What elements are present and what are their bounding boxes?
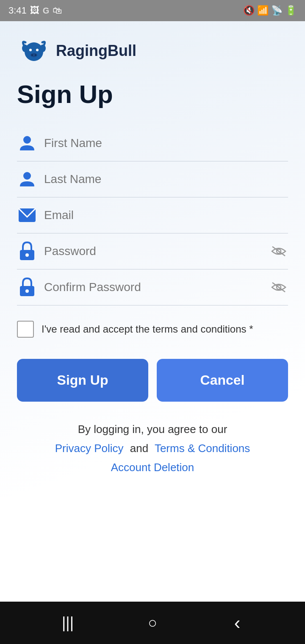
status-left: 3:41 🖼 G 🛍: [8, 5, 62, 16]
google-icon: G: [43, 6, 50, 16]
person-icon-firstname: [17, 133, 37, 153]
wifi-icon: 📶: [257, 5, 269, 16]
page-title: Sign Up: [17, 80, 288, 108]
password-input[interactable]: [44, 244, 269, 258]
svg-point-8: [23, 136, 31, 144]
lock-icon-password: [17, 241, 37, 261]
email-input[interactable]: [44, 208, 288, 222]
confirm-password-visibility-toggle[interactable]: [269, 278, 288, 297]
svg-point-1: [22, 44, 28, 52]
privacy-policy-link[interactable]: Privacy Policy: [55, 442, 124, 455]
first-name-input[interactable]: [44, 136, 288, 150]
terms-checkbox-label: I've read and accept the terms and condi…: [42, 322, 253, 336]
confirm-password-input[interactable]: [44, 280, 269, 294]
footer-links: Privacy Policy and Terms & Conditions: [17, 442, 288, 455]
logo-text: RagingBull: [56, 42, 136, 60]
battery-icon: 🔋: [285, 5, 297, 16]
svg-point-3: [29, 49, 32, 51]
svg-point-2: [40, 44, 46, 52]
logo-area: RagingBull: [17, 34, 288, 68]
action-buttons: Sign Up Cancel: [17, 359, 288, 402]
terms-checkbox-row: I've read and accept the terms and condi…: [17, 321, 288, 338]
svg-point-6: [31, 54, 33, 56]
svg-point-9: [23, 172, 31, 180]
mute-icon: 🔇: [243, 5, 255, 16]
svg-point-7: [35, 54, 36, 56]
password-visibility-toggle[interactable]: [269, 242, 288, 261]
time-display: 3:41: [8, 5, 27, 16]
svg-point-0: [25, 42, 43, 61]
back-button[interactable]: ‹: [225, 610, 250, 636]
terms-conditions-link[interactable]: Terms & Conditions: [155, 442, 250, 455]
lock-icon-confirm: [17, 277, 37, 297]
home-button[interactable]: ○: [140, 610, 165, 636]
footer-line1: By logging in, you agree to our: [17, 423, 288, 436]
last-name-input[interactable]: [44, 172, 288, 186]
person-icon-lastname: [17, 169, 37, 189]
main-content: RagingBull Sign Up: [0, 21, 305, 602]
footer-and: and: [130, 442, 148, 455]
cancel-button[interactable]: Cancel: [157, 359, 288, 402]
bag-icon: 🛍: [53, 5, 62, 16]
signal-icon: 📡: [271, 5, 283, 16]
email-icon: [17, 205, 37, 225]
recent-apps-button[interactable]: |||: [55, 610, 80, 636]
terms-checkbox[interactable]: [17, 321, 34, 338]
status-right: 🔇 📶 📡 🔋: [243, 5, 297, 16]
confirm-password-field-row: [17, 269, 288, 305]
logo-icon: [17, 34, 51, 68]
photo-icon: 🖼: [30, 5, 39, 16]
signup-button[interactable]: Sign Up: [17, 359, 148, 402]
navigation-bar: ||| ○ ‹: [0, 602, 305, 644]
footer-text: By logging in, you agree to our Privacy …: [17, 423, 288, 474]
email-field-row: [17, 197, 288, 233]
first-name-field-row: [17, 125, 288, 161]
account-deletion-link[interactable]: Account Deletion: [17, 461, 288, 474]
status-bar: 3:41 🖼 G 🛍 🔇 📶 📡 🔋: [0, 0, 305, 21]
last-name-field-row: [17, 161, 288, 197]
password-field-row: [17, 233, 288, 269]
svg-point-4: [36, 49, 39, 51]
svg-point-12: [25, 253, 29, 257]
svg-point-16: [25, 289, 29, 293]
